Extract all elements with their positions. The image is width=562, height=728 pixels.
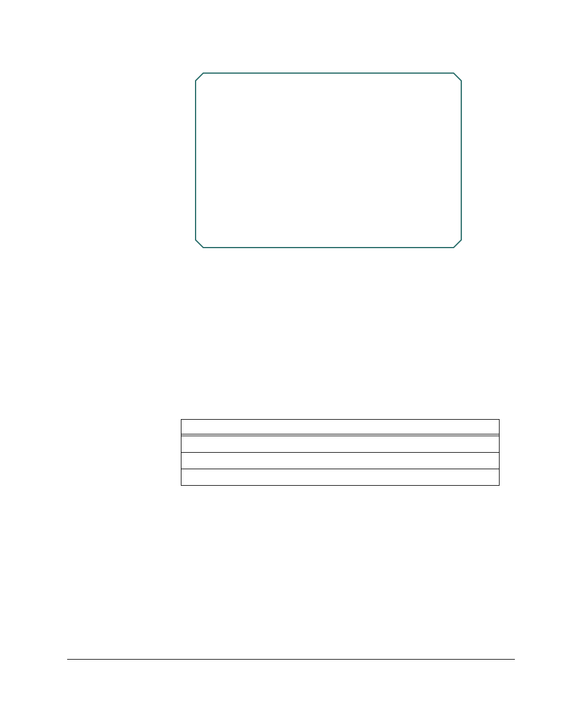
table-cell [181, 453, 500, 469]
image-placeholder-frame [195, 73, 462, 248]
table-header-cell [181, 420, 500, 436]
table-row [181, 469, 500, 486]
table-row [181, 453, 500, 469]
table-cell [181, 469, 500, 486]
footer-divider [67, 659, 515, 660]
octagon-frame-icon [196, 73, 461, 248]
table-header-row [181, 420, 500, 436]
data-table [181, 419, 500, 486]
table-row [181, 436, 500, 453]
table-cell [181, 436, 500, 453]
